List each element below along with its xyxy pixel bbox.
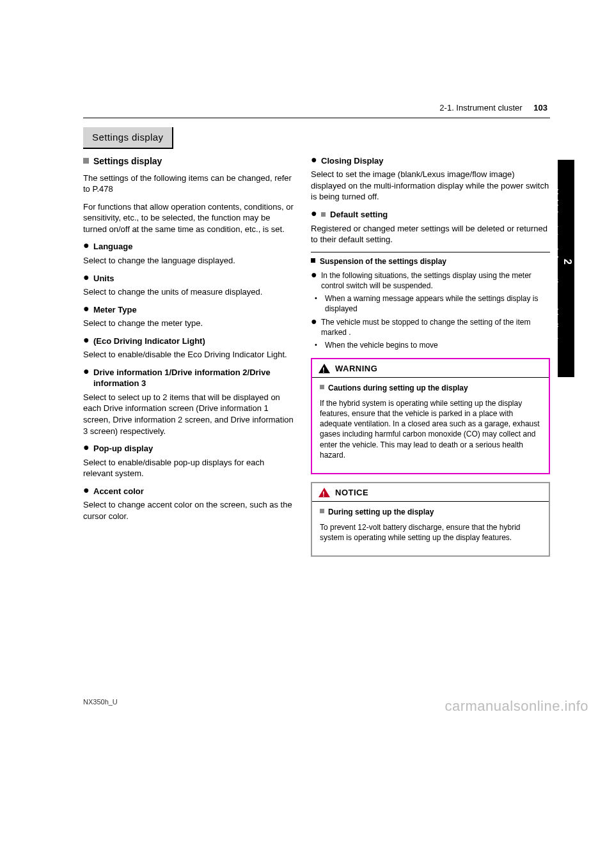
susp-b2: The vehicle must be stopped to change th… bbox=[321, 317, 550, 337]
b7-label: Accent color bbox=[93, 486, 144, 496]
dot-icon: ● bbox=[83, 486, 90, 497]
bullet-icon: • bbox=[315, 293, 321, 314]
left-p1: The settings of the following items can … bbox=[83, 173, 294, 195]
bullet-icon: • bbox=[315, 340, 321, 350]
b1-text: Select to change the language displayed. bbox=[83, 255, 294, 267]
sidebar-tab: 2 Vehicle status information and indicat… bbox=[558, 160, 574, 377]
b9-text: Registered or changed meter settings wil… bbox=[311, 223, 550, 245]
warning-triangle-icon: ! bbox=[319, 364, 330, 373]
b2-text: Select to change the units of measure di… bbox=[83, 286, 294, 298]
b4-text: Select to enable/disable the Eco Driving… bbox=[83, 349, 294, 360]
notice-text: To prevent 12-volt battery discharge, en… bbox=[320, 522, 541, 543]
warning-text: If the hybrid system is operating while … bbox=[320, 398, 541, 460]
b1-label: Language bbox=[93, 242, 132, 251]
dot-icon: ● bbox=[311, 317, 317, 337]
b9-label: Default setting bbox=[330, 210, 388, 219]
warning-box: ! WARNING Cautions during setting up the… bbox=[311, 358, 550, 474]
separator-rule bbox=[311, 252, 550, 252]
b3-label: Meter Type bbox=[93, 305, 137, 314]
heading-box: Settings display bbox=[83, 127, 173, 149]
susp-b3: When the vehicle begins to move bbox=[325, 340, 550, 350]
notice-title: NOTICE bbox=[335, 487, 368, 499]
b8-text: Select to set the image (blank/Lexus ima… bbox=[311, 169, 550, 203]
susp-title: Suspension of the settings display bbox=[320, 257, 446, 266]
dot-icon: ● bbox=[83, 443, 90, 454]
square-bullet-icon bbox=[311, 258, 315, 263]
header-rule bbox=[83, 118, 550, 118]
left-column: Settings display The settings of the fol… bbox=[83, 155, 294, 557]
b4-label: (Eco Driving Indicator Light) bbox=[93, 336, 205, 346]
square-bullet-icon bbox=[83, 158, 89, 164]
square-small-icon bbox=[321, 212, 326, 217]
square-bullet-icon bbox=[320, 509, 324, 513]
notice-sub: During setting up the display bbox=[328, 508, 434, 516]
b6-text: Select to enable/disable pop-up displays… bbox=[83, 457, 294, 479]
notice-box: ! NOTICE During setting up the display T… bbox=[311, 482, 550, 557]
warning-title: WARNING bbox=[335, 363, 377, 375]
dot-icon: ● bbox=[83, 304, 90, 316]
left-p2: For functions that allow operation conte… bbox=[83, 201, 294, 235]
notice-triangle-icon: ! bbox=[319, 488, 330, 497]
sidebar-label: Vehicle status information and indicator… bbox=[551, 189, 560, 353]
dot-icon: ● bbox=[83, 336, 90, 347]
right-column: ●Closing Display Select to set the image… bbox=[311, 155, 550, 557]
warning-sub: Cautions during setting up the display bbox=[328, 384, 468, 392]
sidebar-num: 2 bbox=[560, 165, 574, 359]
dot-icon: ● bbox=[83, 367, 90, 389]
dot-icon: ● bbox=[83, 241, 90, 252]
dot-icon: ● bbox=[311, 209, 317, 221]
square-bullet-icon bbox=[320, 385, 324, 389]
b2-label: Units bbox=[93, 274, 114, 283]
section-label: 2-1. Instrument cluster bbox=[439, 103, 522, 112]
susp-b1: In the following situations, the setting… bbox=[321, 270, 550, 291]
dot-icon: ● bbox=[311, 155, 317, 167]
dot-icon: ● bbox=[311, 270, 317, 291]
b7-text: Select to change accent color on the scr… bbox=[83, 499, 294, 522]
left-title: Settings display bbox=[93, 156, 162, 166]
b5-text: Select to select up to 2 items that will… bbox=[83, 392, 294, 437]
b5-label: Drive information 1/Drive information 2/… bbox=[93, 368, 271, 389]
b8-label: Closing Display bbox=[321, 156, 384, 166]
b6-label: Pop-up display bbox=[93, 444, 153, 453]
dot-icon: ● bbox=[83, 273, 90, 284]
watermark: carmanualsonline.info bbox=[445, 697, 588, 716]
b3-text: Select to change the meter type. bbox=[83, 318, 294, 329]
page-number: 103 bbox=[533, 103, 547, 112]
susp-b1a: When a warning message appears while the… bbox=[325, 293, 550, 314]
